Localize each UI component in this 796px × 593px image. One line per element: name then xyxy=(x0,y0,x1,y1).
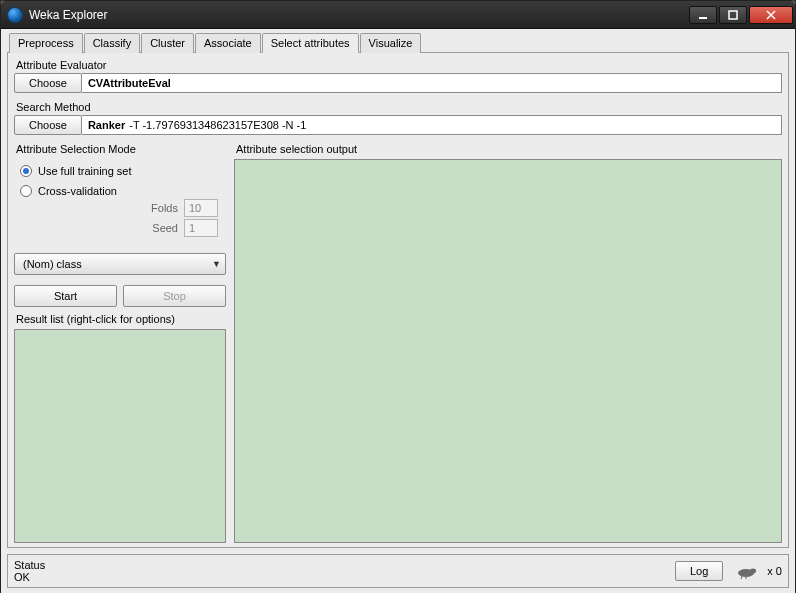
selection-mode-label: Attribute Selection Mode xyxy=(16,143,226,155)
folds-row: Folds xyxy=(144,199,226,217)
search-config[interactable]: Ranker -T -1.7976931348623157E308 -N -1 xyxy=(82,115,782,135)
maximize-button[interactable] xyxy=(719,6,747,24)
tab-preprocess[interactable]: Preprocess xyxy=(9,33,83,53)
choose-evaluator-button[interactable]: Choose xyxy=(14,73,82,93)
client-area: PreprocessClassifyClusterAssociateSelect… xyxy=(1,29,795,593)
titlebar[interactable]: Weka Explorer xyxy=(1,1,795,29)
radio-full-label: Use full training set xyxy=(38,165,132,177)
seed-row: Seed xyxy=(144,219,226,237)
tab-select-attributes[interactable]: Select attributes xyxy=(262,33,359,53)
attribute-evaluator-row: Choose CVAttributeEval xyxy=(14,73,782,93)
radio-full-training[interactable]: Use full training set xyxy=(20,165,226,177)
status-bar: Status OK Log x 0 xyxy=(7,554,789,588)
chevron-down-icon: ▼ xyxy=(212,259,221,269)
search-name: Ranker xyxy=(88,119,125,131)
tab-strip: PreprocessClassifyClusterAssociateSelect… xyxy=(7,32,789,52)
result-list[interactable] xyxy=(14,329,226,543)
radio-cross-validation[interactable]: Cross-validation xyxy=(20,185,226,197)
class-dropdown[interactable]: (Nom) class ▼ xyxy=(14,253,226,275)
seed-input xyxy=(184,219,218,237)
left-column: Attribute Selection Mode Use full traini… xyxy=(14,141,226,543)
search-args: -T -1.7976931348623157E308 -N -1 xyxy=(129,119,306,131)
window-title: Weka Explorer xyxy=(29,8,689,22)
status-label: Status xyxy=(14,559,667,571)
stop-button: Stop xyxy=(123,285,226,307)
tab-panel: Attribute Evaluator Choose CVAttributeEv… xyxy=(7,52,789,548)
choose-search-button[interactable]: Choose xyxy=(14,115,82,135)
tab-associate[interactable]: Associate xyxy=(195,33,261,53)
output-box[interactable] xyxy=(234,159,782,543)
tab-classify[interactable]: Classify xyxy=(84,33,141,53)
folds-label: Folds xyxy=(144,202,178,214)
class-dropdown-value: (Nom) class xyxy=(23,258,82,270)
close-button[interactable] xyxy=(749,6,793,24)
radio-cv-label: Cross-validation xyxy=(38,185,117,197)
main-columns: Attribute Selection Mode Use full traini… xyxy=(14,141,782,543)
status-value: OK xyxy=(14,571,30,583)
start-button[interactable]: Start xyxy=(14,285,117,307)
seed-label: Seed xyxy=(144,222,178,234)
tab-cluster[interactable]: Cluster xyxy=(141,33,194,53)
svg-point-5 xyxy=(750,569,756,574)
tab-visualize[interactable]: Visualize xyxy=(360,33,422,53)
log-button[interactable]: Log xyxy=(675,561,723,581)
start-stop-row: Start Stop xyxy=(14,285,226,307)
selection-mode-box: Use full training set Cross-validation F… xyxy=(14,157,226,247)
app-icon xyxy=(7,7,23,23)
status-left: Status OK xyxy=(14,559,667,583)
radio-icon xyxy=(20,165,32,177)
output-label: Attribute selection output xyxy=(236,143,782,155)
evaluator-config[interactable]: CVAttributeEval xyxy=(82,73,782,93)
svg-line-6 xyxy=(741,576,742,579)
minimize-button[interactable] xyxy=(689,6,717,24)
svg-rect-1 xyxy=(729,11,737,19)
right-column: Attribute selection output xyxy=(234,141,782,543)
search-method-label: Search Method xyxy=(16,101,782,113)
task-counter: x 0 xyxy=(767,565,782,577)
search-method-row: Choose Ranker -T -1.7976931348623157E308… xyxy=(14,115,782,135)
weka-bird-icon xyxy=(731,563,759,579)
window-controls xyxy=(689,6,793,24)
folds-input xyxy=(184,199,218,217)
app-window: Weka Explorer PreprocessClassifyClusterA… xyxy=(0,0,796,593)
radio-icon xyxy=(20,185,32,197)
attribute-evaluator-label: Attribute Evaluator xyxy=(16,59,782,71)
result-list-label: Result list (right-click for options) xyxy=(16,313,226,325)
evaluator-name: CVAttributeEval xyxy=(88,77,171,89)
